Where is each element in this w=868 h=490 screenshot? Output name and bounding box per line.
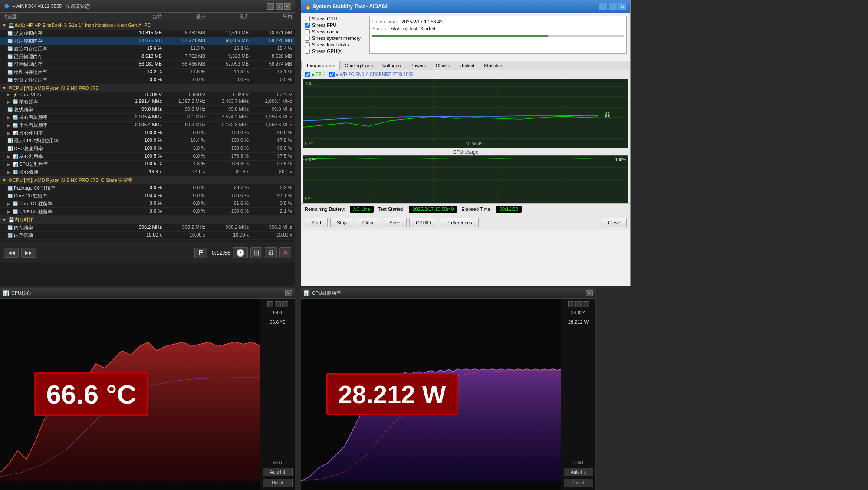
sensor-max: 34.9 x [205, 169, 249, 175]
group-memory[interactable]: ▼ 💾 内存时序 [0, 216, 295, 224]
power-sidebar-checkbox-2[interactable] [575, 301, 582, 307]
stress-gpu-label: Stress GPU(s) [312, 49, 343, 54]
sensor-max: 100.0 % [205, 145, 249, 152]
hwinfo-controls: ─ □ ✕ [267, 3, 291, 10]
group-cpu0[interactable]: ▼ ⚙ CPU [#0]: AMD Ryzen AI 9 HX PRO 375 [0, 84, 295, 92]
power-reset-button[interactable]: Reset [564, 479, 593, 487]
stress-fpu-checkbox[interactable] [305, 23, 310, 28]
settings-icon-button[interactable]: ⚙ [265, 247, 277, 258]
sensor-current: 100.0 % [118, 145, 162, 152]
stress-cpu-checkbox[interactable] [305, 16, 310, 21]
aida-titlebar: 🔥 System Stability Test - AIDA64 ─ □ ✕ [301, 0, 630, 13]
stress-gpu-checkbox[interactable] [305, 49, 310, 54]
collapse-icon: ▼ [2, 217, 7, 222]
computer-icon-button[interactable]: 🖥 [194, 248, 207, 258]
ssd-series-checkbox[interactable] [329, 72, 335, 77]
minimize-button[interactable]: ─ [267, 3, 274, 10]
group-system[interactable]: ▼ 💻 系统: HP HP EliteBook X G1a 14 inch No… [0, 21, 295, 30]
aida-window: 🔥 System Stability Test - AIDA64 ─ □ ✕ S… [301, 0, 631, 286]
sensor-current: 56,181 MB [118, 61, 162, 68]
aida-tabs: Temperatures Cooling Fans Voltages Power… [301, 61, 630, 70]
sensor-avg: 0.2 % [249, 185, 292, 191]
cpu-series-checkbox[interactable] [305, 72, 310, 77]
sidebar-checkbox-3[interactable] [282, 301, 288, 307]
tab-unified[interactable]: Unified [455, 61, 479, 70]
aida-close-button[interactable]: ✕ [618, 3, 627, 10]
tab-clocks[interactable]: Clocks [431, 61, 455, 70]
tab-powers[interactable]: Powers [405, 61, 431, 70]
sensor-current: 100.5 % [118, 161, 162, 168]
datetime-label: Date / Time [372, 19, 397, 24]
stress-disks-checkbox[interactable] [305, 42, 310, 47]
table-row: ▶🔄 核心频率 1,991.4 MHz 1,397.5 MHz 3,483.7 … [0, 98, 295, 106]
sidebar-checkbox-1[interactable] [267, 301, 273, 307]
stress-cache-checkbox[interactable] [305, 29, 310, 34]
hwinfo-column-headers: 传感器 当前 最小 最大 平均 [0, 13, 295, 21]
sensor-name: 🔄 分页文件使用率 [7, 77, 118, 83]
sensor-min: 18.4 % [162, 138, 205, 144]
stop-button[interactable]: Stop [330, 218, 353, 227]
power-gauge-icon: 📊 [304, 290, 310, 296]
aida-body: Stress CPU Stress FPU Stress cache Stres… [301, 13, 630, 61]
aida-close-action-button[interactable]: Close [602, 218, 627, 227]
power-gauge-title-row: 📊 CPU封装功率 [304, 290, 341, 296]
sensor-name: ▶📊 核心利用率 [7, 153, 118, 160]
sensor-avg: 56,274 MB [249, 61, 292, 68]
status-row: Status Stability Test: Started [372, 26, 624, 31]
power-waveform-area: 28.212 W [301, 299, 561, 490]
sensor-current: 0.0 % [118, 185, 162, 191]
power-sidebar-checkbox-1[interactable] [568, 301, 574, 307]
start-button[interactable]: Start [305, 218, 328, 227]
sensor-name: 🔄 可用虚拟内存 [7, 38, 118, 44]
clear-button[interactable]: Clear [356, 218, 380, 227]
cpu-usage-chart: 100% 0% 100% [303, 155, 628, 203]
maximize-button[interactable]: □ [276, 3, 283, 10]
aida-minimize-button[interactable]: ─ [599, 3, 608, 10]
nav-forward-button[interactable]: ▶▶ [21, 248, 36, 258]
stress-memory-checkbox[interactable] [305, 36, 310, 41]
cpu-auto-fit-button[interactable]: Auto Fit [263, 468, 293, 476]
stress-memory-row: Stress system memory [305, 36, 361, 41]
save-button[interactable]: Save [383, 218, 407, 227]
sensor-max: 100.0 % [205, 193, 249, 199]
close-button[interactable]: ✕ [284, 3, 291, 10]
aida-maximize-button[interactable]: □ [608, 3, 617, 10]
table-row: ▶🔢 核心倍频 19.9 x 14.0 x 34.9 x 20.1 x [0, 168, 295, 176]
sensor-avg: 10,671 MB [249, 30, 292, 36]
sensor-name: ▶🔄 平均有效频率 [7, 122, 118, 128]
preferences-button[interactable]: Preferences [440, 218, 478, 227]
cpu-reset-button[interactable]: Reset [263, 479, 293, 487]
aida-status-panel: Date / Time 2025/2/17 10:56:49 Status St… [369, 16, 627, 54]
table-row: ▶🔄 平均有效频率 2,005.4 MHz 90.3 MHz 2,152.3 M… [0, 122, 295, 129]
tab-voltages[interactable]: Voltages [378, 61, 405, 70]
tab-temperatures[interactable]: Temperatures [301, 61, 340, 70]
sensor-min: 998.2 MHz [162, 224, 205, 231]
sensor-name: ▶🔄 核心有效频率 [7, 114, 118, 121]
clock-icon-button[interactable]: 🕐 [233, 247, 248, 258]
hwinfo-sensor-list[interactable]: ▼ 💻 系统: HP HP EliteBook X G1a 14 inch No… [0, 21, 295, 242]
sensor-max: 10.00 x [205, 232, 249, 239]
tab-statistics[interactable]: Statistics [479, 61, 508, 70]
sensor-min: 0.0 % [162, 185, 205, 191]
cpu-sidebar-max: 69.6 [273, 310, 282, 315]
group-cstate-icon: ⚙ [8, 178, 13, 183]
power-auto-fit-button[interactable]: Auto Fit [564, 468, 593, 476]
cpu-gauge-close-button[interactable]: ✕ [285, 290, 292, 296]
group-memory-icon: 💾 [8, 217, 14, 223]
cpuid-button[interactable]: CPUID [409, 218, 437, 227]
sidebar-checkbox-2[interactable] [275, 301, 281, 307]
sensor-min: 0.0 % [162, 153, 205, 160]
tab-cooling-fans[interactable]: Cooling Fans [340, 61, 378, 70]
nav-back-button[interactable]: ◀◀ [4, 248, 19, 258]
sensor-avg: 1,950.6 MHz [249, 122, 292, 128]
sensor-name: 🔄 Package C6 驻留率 [7, 185, 118, 191]
sensor-current: 8,613 MB [118, 53, 162, 60]
group-cstate[interactable]: ▼ ⚙ CPU [#0]: AMD Ryzen AI 9 HX PRO 375:… [0, 176, 295, 184]
close-icon-button[interactable]: ✕ [279, 247, 291, 258]
power-sidebar-checkbox-3[interactable] [583, 301, 589, 307]
hwinfo-titlebar: 🔷 HWiNFO64 v8.12-5555 - 传感器状态 ─ □ ✕ [0, 0, 295, 13]
layout-icon-button[interactable]: ⊞ [250, 247, 262, 258]
sensor-max: 14.3 % [205, 69, 249, 76]
battery-label: Remaining Battery: [305, 207, 345, 212]
power-gauge-close-button[interactable]: ✕ [586, 290, 593, 296]
